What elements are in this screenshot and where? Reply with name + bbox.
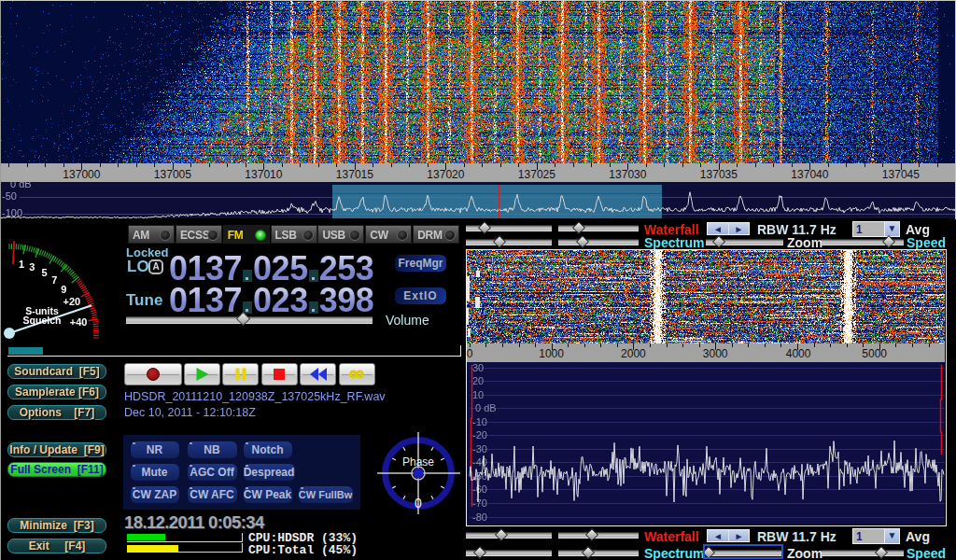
svg-text:+40: +40 <box>70 316 88 328</box>
svg-text:3: 3 <box>29 261 35 273</box>
svg-text:0: 0 <box>415 496 422 511</box>
svg-text:Phase: Phase <box>402 455 434 469</box>
svg-text:Squelch: Squelch <box>23 315 62 326</box>
svg-text:5: 5 <box>41 267 47 278</box>
svg-text:9: 9 <box>61 284 66 295</box>
svg-text:1: 1 <box>19 259 24 270</box>
svg-text:+20: +20 <box>63 296 80 307</box>
svg-text:7: 7 <box>51 274 57 286</box>
